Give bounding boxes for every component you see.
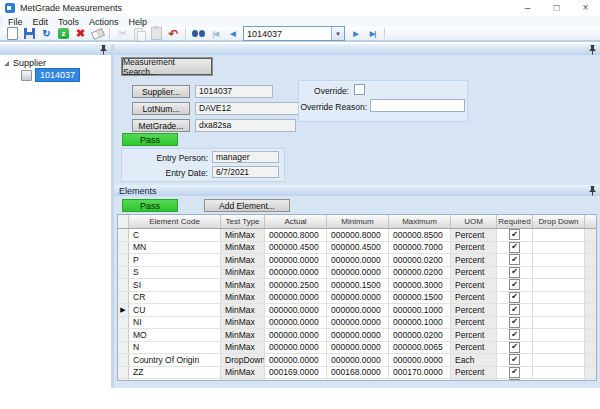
row-selector[interactable] bbox=[118, 279, 129, 291]
cell-actual[interactable]: 000000.0000 bbox=[265, 317, 327, 329]
row-selector[interactable] bbox=[118, 329, 129, 341]
metgrade-value-field[interactable]: dxa82sa bbox=[195, 119, 296, 132]
tree-item-supplier[interactable]: Supplier bbox=[4, 58, 46, 68]
cell-actual[interactable]: 000000.2500 bbox=[265, 279, 327, 291]
menu-file[interactable]: File bbox=[3, 17, 28, 27]
cell-minimum[interactable]: 000000.0000 bbox=[327, 292, 389, 304]
cell-test-type[interactable]: DropDown bbox=[221, 354, 265, 366]
cell-maximum[interactable]: 000000.1000 bbox=[389, 317, 451, 329]
column-header-actual[interactable]: Actual bbox=[265, 215, 327, 228]
column-header-required[interactable]: Required bbox=[497, 215, 533, 228]
table-row[interactable]: NIMinMax000000.0000000000.0000000000.100… bbox=[118, 317, 596, 330]
required-checkbox[interactable]: ✔ bbox=[509, 292, 520, 303]
pass-status-button[interactable]: Pass bbox=[122, 133, 178, 146]
cell-maximum[interactable]: 000000.1500 bbox=[389, 292, 451, 304]
required-checkbox[interactable]: ✔ bbox=[509, 229, 520, 240]
cell-actual[interactable]: 000000.0000 bbox=[265, 254, 327, 266]
cell-uom[interactable]: Percent bbox=[451, 229, 497, 241]
cell-minimum[interactable]: 168000.0000 bbox=[327, 379, 389, 381]
required-checkbox[interactable]: ✔ bbox=[509, 279, 520, 290]
delete-icon[interactable]: ✖ bbox=[73, 27, 88, 41]
cell-minimum[interactable]: 000000.0000 bbox=[327, 342, 389, 354]
row-selector[interactable] bbox=[118, 267, 129, 279]
cell-test-type[interactable]: MinMax bbox=[221, 254, 265, 266]
cell-actual[interactable]: 000000.8000 bbox=[265, 229, 327, 241]
metgrade-button[interactable]: MetGrade... bbox=[132, 119, 190, 132]
maximize-button[interactable]: □ bbox=[542, 1, 571, 16]
row-selector[interactable] bbox=[118, 354, 129, 366]
cell-test-type[interactable]: MinMax bbox=[221, 367, 265, 379]
cell-drop-down[interactable] bbox=[533, 279, 585, 291]
cell-maximum[interactable]: 000000.0200 bbox=[389, 254, 451, 266]
chevron-down-icon[interactable]: ▾ bbox=[331, 27, 344, 40]
refresh-document-icon[interactable]: ↻ bbox=[39, 27, 54, 41]
clear-icon[interactable] bbox=[90, 27, 105, 41]
table-row[interactable]: NMinMax000000.0000000000.0000000000.0065… bbox=[118, 342, 596, 355]
override-checkbox[interactable] bbox=[354, 84, 365, 95]
cell-test-type[interactable]: MinMax bbox=[221, 229, 265, 241]
cell-maximum[interactable]: 000000.0000 bbox=[389, 354, 451, 366]
cell-test-type[interactable]: MinMax bbox=[221, 242, 265, 254]
cell-element-code[interactable]: MO bbox=[129, 329, 221, 341]
cell-element-code[interactable]: N bbox=[129, 342, 221, 354]
column-header-test-type[interactable]: Test Type bbox=[221, 215, 265, 228]
cell-maximum[interactable]: 000000.8500 bbox=[389, 229, 451, 241]
add-element-button[interactable]: Add Element... bbox=[204, 199, 290, 212]
cell-minimum[interactable]: 000000.0000 bbox=[327, 267, 389, 279]
cell-uom[interactable]: LbsPerSqIn bbox=[451, 379, 497, 381]
cell-element-code[interactable]: NI bbox=[129, 317, 221, 329]
table-row[interactable]: CMinMax000000.8000000000.8000000000.8500… bbox=[118, 229, 596, 242]
cell-maximum[interactable]: 000000.0065 bbox=[389, 342, 451, 354]
cell-uom[interactable]: Each bbox=[451, 354, 497, 366]
cell-maximum[interactable]: 000170.0000 bbox=[389, 367, 451, 379]
cell-test-type[interactable]: MinMax bbox=[221, 304, 265, 316]
row-selector[interactable] bbox=[118, 292, 129, 304]
cell-element-code[interactable]: ZZ bbox=[129, 379, 221, 381]
cell-minimum[interactable]: 000000.0000 bbox=[327, 354, 389, 366]
close-button[interactable]: × bbox=[571, 1, 600, 16]
required-checkbox[interactable]: ✔ bbox=[509, 304, 520, 315]
table-row[interactable]: MNMinMax000000.4500000000.4500000000.700… bbox=[118, 242, 596, 255]
row-selector[interactable] bbox=[118, 342, 129, 354]
menu-edit[interactable]: Edit bbox=[28, 17, 54, 27]
lotnum-button[interactable]: LotNum... bbox=[132, 102, 190, 115]
cell-actual[interactable]: 169000.0000 bbox=[265, 379, 327, 381]
cell-element-code[interactable]: CR bbox=[129, 292, 221, 304]
cell-element-code[interactable]: SI bbox=[129, 279, 221, 291]
cell-drop-down[interactable] bbox=[533, 354, 585, 366]
cell-minimum[interactable]: 000000.8000 bbox=[327, 229, 389, 241]
required-checkbox[interactable]: ✔ bbox=[509, 329, 520, 340]
cell-actual[interactable]: 000000.0000 bbox=[265, 304, 327, 316]
cell-minimum[interactable]: 000000.0000 bbox=[327, 254, 389, 266]
copy-icon[interactable] bbox=[132, 27, 147, 41]
cell-drop-down[interactable] bbox=[533, 304, 585, 316]
cell-actual[interactable]: 000000.0000 bbox=[265, 292, 327, 304]
cell-test-type[interactable]: MinMax bbox=[221, 267, 265, 279]
row-selector[interactable] bbox=[118, 242, 129, 254]
required-checkbox[interactable]: ✔ bbox=[509, 254, 520, 265]
cell-actual[interactable]: 000169.0000 bbox=[265, 367, 327, 379]
supplier-value-field[interactable]: 1014037 bbox=[195, 85, 273, 98]
table-row[interactable]: SIMinMax000000.2500000000.1500000000.300… bbox=[118, 279, 596, 292]
row-selector[interactable]: ▶ bbox=[118, 304, 129, 316]
cell-element-code[interactable]: CU bbox=[129, 304, 221, 316]
nav-next-icon[interactable]: ▶ bbox=[348, 27, 363, 41]
expander-icon[interactable] bbox=[4, 61, 9, 66]
find-icon[interactable] bbox=[191, 27, 206, 41]
cell-minimum[interactable]: 000000.4500 bbox=[327, 242, 389, 254]
cell-uom[interactable]: Percent bbox=[451, 367, 497, 379]
measurement-search-button[interactable]: Measurement Search... bbox=[122, 58, 212, 75]
cell-uom[interactable]: Percent bbox=[451, 329, 497, 341]
save-icon[interactable] bbox=[22, 27, 37, 41]
cell-drop-down[interactable] bbox=[533, 254, 585, 266]
row-selector[interactable] bbox=[118, 367, 129, 379]
row-selector[interactable] bbox=[118, 317, 129, 329]
required-checkbox[interactable]: ✔ bbox=[509, 379, 520, 381]
cell-actual[interactable]: 000000.0000 bbox=[265, 354, 327, 366]
table-row[interactable]: Country Of OriginDropDown000000.00000000… bbox=[118, 354, 596, 367]
table-row[interactable]: ZZMinMax169000.0000168000.0000170000.000… bbox=[118, 379, 596, 381]
nav-last-icon[interactable]: ▶| bbox=[365, 27, 380, 41]
cell-uom[interactable]: Percent bbox=[451, 317, 497, 329]
table-row[interactable]: ZZMinMax000169.0000000168.0000000170.000… bbox=[118, 367, 596, 380]
menu-tools[interactable]: Tools bbox=[53, 17, 84, 27]
